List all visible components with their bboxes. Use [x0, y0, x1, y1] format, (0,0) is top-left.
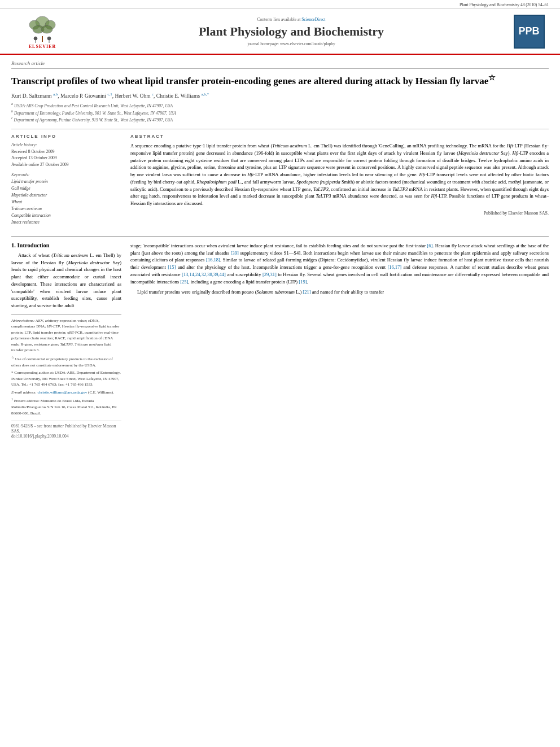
keyword-7: Insect resistance: [11, 219, 121, 226]
journal-name: Plant Physiology and Biochemistry: [73, 24, 509, 39]
abstract-header: ABSTRACT: [130, 134, 549, 139]
article-info-column: ARTICLE INFO Article history: Received 8…: [11, 134, 121, 230]
star-footnote: ☆: [488, 73, 496, 82]
commercial-footnote: ☆ Use of commercial or proprietary produ…: [11, 355, 121, 368]
svg-point-4: [41, 25, 53, 33]
intro-right-column: stage; 'incompatible' interactions occur…: [130, 242, 549, 439]
ppb-logo: PPB: [514, 15, 545, 49]
section-divider: [11, 236, 549, 237]
keyword-4: Wheat: [11, 199, 121, 206]
intro-left-column: 1. Introduction Attack of wheat (Triticu…: [11, 242, 121, 439]
affiliation-a: a USDA-ARS Crop Production and Pest Cont…: [11, 102, 549, 109]
keywords-section: Keywords: Lipid transfer protein Gall mi…: [11, 172, 121, 226]
abstract-text: A sequence encoding a putative type-1 li…: [130, 142, 549, 207]
authors: Kurt D. Saltzmann a,b, Marcelo P. Giovan…: [11, 92, 549, 99]
ppb-logo-section: PPB: [509, 15, 549, 49]
keyword-5: Triticum aestivum: [11, 206, 121, 212]
journal-title-section: Contents lists available at ScienceDirec…: [73, 17, 509, 46]
abbreviations-footnote: Abbreviations: AEV, arbitrary expression…: [11, 318, 121, 353]
keyword-1: Lipid transfer protein: [11, 178, 121, 185]
article-info-header: ARTICLE INFO: [11, 134, 121, 139]
affiliation-c: c Department of Agronomy, Purdue Univers…: [11, 116, 549, 123]
article-content: Research article Transcript profiles of …: [0, 55, 560, 444]
received-date: Received 8 October 2009 Accepted 13 Octo…: [11, 148, 121, 168]
affiliations: a USDA-ARS Crop Production and Pest Cont…: [11, 102, 549, 123]
journal-banner: ELSEVIER Contents lists available at Sci…: [0, 9, 560, 55]
sciencedirect-notice: Contents lists available at ScienceDirec…: [73, 17, 509, 22]
keyword-2: Gall midge: [11, 185, 121, 192]
doi-text: doi:10.1016/j.plaphy.2009.10.004: [11, 434, 121, 439]
svg-point-6: [34, 37, 37, 40]
elsevier-logo-section: ELSEVIER: [11, 14, 73, 49]
article-type: Research article: [11, 60, 549, 69]
intro-left-text: Attack of wheat (Triticum aestivum L. em…: [11, 252, 121, 309]
published-by: Published by Elsevier Masson SAS.: [130, 211, 549, 216]
keywords-label: Keywords:: [11, 172, 121, 177]
article-title: Transcript profiles of two wheat lipid t…: [11, 72, 549, 88]
page-footer: 0981-9428/$ – see front matter Published…: [11, 421, 121, 439]
keyword-3: Mayetiola destructor: [11, 192, 121, 199]
corresponding-footnote: * Corresponding author at: USDA-ARS, Dep…: [11, 370, 121, 388]
article-history: Article history: Received 8 October 2009…: [11, 142, 121, 168]
intro-right-text: stage; 'incompatible' interactions occur…: [130, 242, 549, 296]
svg-point-7: [47, 37, 51, 40]
email-link[interactable]: christie.williams@ars.usda.gov: [37, 390, 87, 395]
keyword-6: Compatible interaction: [11, 212, 121, 219]
elsevier-tree-logo: [24, 14, 61, 43]
issn-text: 0981-9428/$ – see front matter Published…: [11, 423, 121, 434]
present-address-footnote: 1 Present address: Monsanto do Brasil Lt…: [11, 397, 121, 416]
journal-homepage: journal homepage: www.elsevier.com/locat…: [73, 41, 509, 46]
abstract-column: ABSTRACT A sequence encoding a putative …: [130, 134, 549, 230]
footnotes: Abbreviations: AEV, arbitrary expression…: [11, 314, 121, 416]
history-label: Article history:: [11, 142, 121, 147]
email-footnote: E-mail address: christie.williams@ars.us…: [11, 390, 121, 396]
sciencedirect-link[interactable]: ScienceDirect: [301, 17, 325, 22]
article-info-abstract: ARTICLE INFO Article history: Received 8…: [11, 129, 549, 230]
elsevier-text: ELSEVIER: [29, 44, 56, 49]
introduction-section: 1. Introduction Attack of wheat (Triticu…: [11, 242, 549, 439]
intro-title: 1. Introduction: [11, 242, 121, 248]
affiliation-b: b Department of Entomology, Purdue Unive…: [11, 109, 549, 116]
journal-citation: Plant Physiology and Biochemistry 48 (20…: [0, 0, 560, 9]
keywords-list: Lipid transfer protein Gall midge Mayeti…: [11, 178, 121, 226]
